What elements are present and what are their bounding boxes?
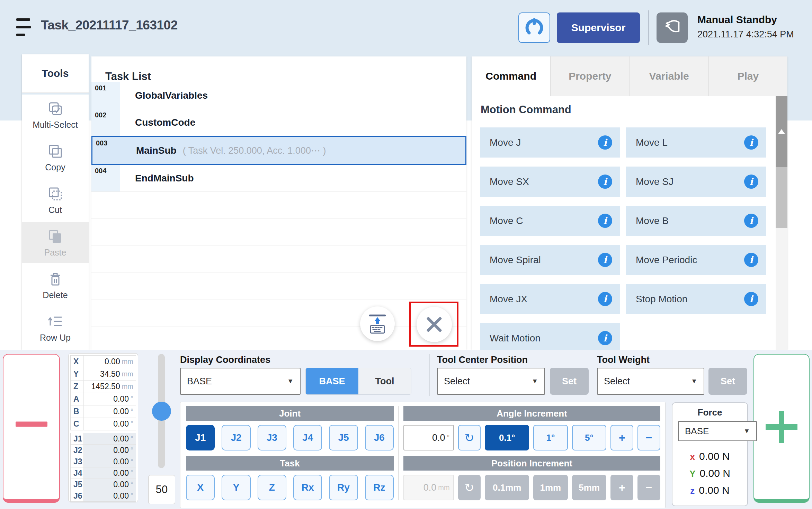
info-icon[interactable]: i [598, 253, 612, 267]
panel-tab[interactable]: Command [472, 56, 551, 96]
show-keyboard-button[interactable] [360, 306, 395, 341]
info-icon[interactable]: i [744, 253, 758, 267]
tool-weight-set-button[interactable]: Set [708, 368, 747, 395]
pose-value: 0.00 ° [84, 456, 136, 467]
motion-command-button[interactable]: Move C i [480, 206, 620, 236]
base-tool-toggle[interactable]: BASE Tool [305, 368, 411, 395]
robot-status-button[interactable] [518, 12, 550, 43]
motion-command-button[interactable]: Move SJ i [626, 167, 766, 197]
task-row[interactable]: 003 MainSub ( Task Vel. 250.000, Acc. 1.… [91, 136, 466, 165]
joint-jog-button[interactable]: J2 [222, 425, 250, 450]
tool-cut[interactable]: Cut [22, 180, 89, 221]
scrollbar-track-lower[interactable] [776, 228, 787, 350]
pose-unit: mm [122, 383, 133, 391]
command-panel-scrollbar[interactable] [776, 96, 787, 350]
rotate-reset-icon: ↻ [464, 431, 474, 445]
pose-number: 0.00 [113, 394, 129, 404]
pose-unit: ° [131, 458, 133, 466]
tool-center-position-select[interactable]: Select ▼ [437, 368, 545, 395]
info-icon[interactable]: i [598, 331, 612, 345]
menu-hamburger-icon[interactable] [16, 17, 32, 37]
toggle-base[interactable]: BASE [306, 368, 358, 394]
pose-value: 0.00 ° [84, 405, 136, 418]
info-icon[interactable]: i [598, 214, 612, 228]
info-icon[interactable]: i [744, 175, 758, 189]
pose-number: 0.00 [113, 419, 129, 429]
pose-axis-label: Y [71, 368, 84, 380]
motion-command-button[interactable]: Stop Motion i [626, 284, 766, 314]
joint-jog-button[interactable]: J4 [293, 425, 322, 450]
scrollbar-track[interactable] [776, 167, 787, 228]
jog-plus-button[interactable] [753, 354, 810, 503]
motion-command-button[interactable]: Move L i [626, 127, 766, 158]
task-row-main: CustomCode [120, 109, 466, 136]
angle-increment-row: 0.0 ° ↻ 0.1° 1° 5° + − [403, 425, 660, 450]
toggle-tool[interactable]: Tool [358, 368, 411, 394]
task-jog-button[interactable]: X [186, 475, 215, 500]
task-jog-button[interactable]: Z [258, 475, 286, 500]
angle-reset-button[interactable]: ↻ [458, 425, 481, 450]
panel-tab[interactable]: Property [551, 56, 630, 96]
jog-minus-button[interactable] [3, 354, 60, 503]
force-frame-select[interactable]: BASE ▼ [678, 421, 757, 441]
angle-increment-input[interactable]: 0.0 ° [403, 425, 454, 450]
motion-command-button[interactable]: Move J i [480, 127, 620, 158]
force-readout: x 0.00 N Y 0.00 N z 0.00 N [672, 445, 747, 496]
manual-mode-button[interactable] [657, 12, 688, 43]
motion-command-button[interactable]: Move Spiral i [480, 245, 620, 275]
speed-slider-thumb[interactable] [152, 402, 171, 421]
info-icon[interactable]: i [744, 135, 758, 150]
joint-jog-button[interactable]: J5 [329, 425, 358, 450]
angle-preset-5[interactable]: 5° [572, 425, 607, 450]
tool-row-up[interactable]: Row Up [22, 307, 89, 348]
tool-multi-select[interactable]: Multi-Select [22, 95, 89, 135]
pose-number: 0.00 [105, 357, 120, 366]
pose-unit: ° [131, 481, 133, 489]
section-divider [429, 354, 430, 396]
info-icon[interactable]: i [744, 292, 758, 306]
angle-minus-button[interactable]: − [637, 425, 660, 450]
joint-jog-button[interactable]: J1 [186, 425, 215, 450]
info-icon[interactable]: i [598, 135, 612, 150]
close-jog-button[interactable] [417, 307, 452, 342]
task-jog-button[interactable]: Ry [329, 475, 358, 500]
tool-center-position-set-button[interactable]: Set [550, 368, 589, 395]
task-axis-buttons: X Y Z Rx Ry Rz [186, 475, 394, 500]
tool-weight-select[interactable]: Select ▼ [597, 368, 704, 395]
scrollbar-thumb[interactable] [776, 96, 787, 167]
joint-jog-button[interactable]: J3 [258, 425, 286, 450]
task-row[interactable]: 002 CustomCode [91, 109, 466, 136]
motion-command-button[interactable]: Move JX i [480, 284, 620, 314]
panel-tab[interactable]: Play [709, 56, 787, 96]
speed-value-box[interactable]: 50 [148, 475, 175, 504]
panel-tab[interactable]: Variable [630, 56, 709, 96]
angle-plus-button[interactable]: + [610, 425, 633, 450]
joint-jog-button[interactable]: J6 [365, 425, 394, 450]
pose-row: A 0.00 ° [71, 393, 136, 405]
info-icon[interactable]: i [744, 214, 758, 228]
task-row[interactable]: 001 GlobalVariables [91, 82, 466, 109]
pose-value: 0.00 ° [84, 445, 136, 456]
tool-copy[interactable]: Copy [22, 137, 89, 178]
motion-command-button[interactable]: Move B i [626, 206, 766, 236]
pose-value: 0.00 mm [84, 356, 136, 368]
command-panel: Command Property Variable Play Motion Co… [472, 56, 787, 350]
task-jog-button[interactable]: Rz [365, 475, 394, 500]
motion-command-button[interactable]: Move SX i [480, 167, 620, 197]
angle-preset-0.1[interactable]: 0.1° [485, 425, 529, 450]
task-row[interactable]: 004 EndMainSub [91, 165, 466, 192]
supervisor-button[interactable]: Supervisor [557, 12, 640, 43]
task-row-number: 001 [91, 82, 120, 109]
pose-row: B 0.00 ° [71, 405, 136, 418]
task-jog-button[interactable]: Y [222, 475, 250, 500]
task-jog-button[interactable]: Rx [293, 475, 322, 500]
motion-command-button[interactable]: Wait Motion i [480, 323, 620, 350]
pose-axis-label: Z [71, 381, 84, 393]
tool-delete[interactable]: Delete [22, 265, 89, 306]
motion-command-button[interactable]: Move Periodic i [626, 245, 766, 275]
info-icon[interactable]: i [598, 175, 612, 189]
motion-command-label: Move Spiral [490, 254, 541, 266]
angle-preset-1[interactable]: 1° [533, 425, 568, 450]
display-coordinates-select[interactable]: BASE ▼ [180, 368, 301, 395]
info-icon[interactable]: i [598, 292, 612, 306]
